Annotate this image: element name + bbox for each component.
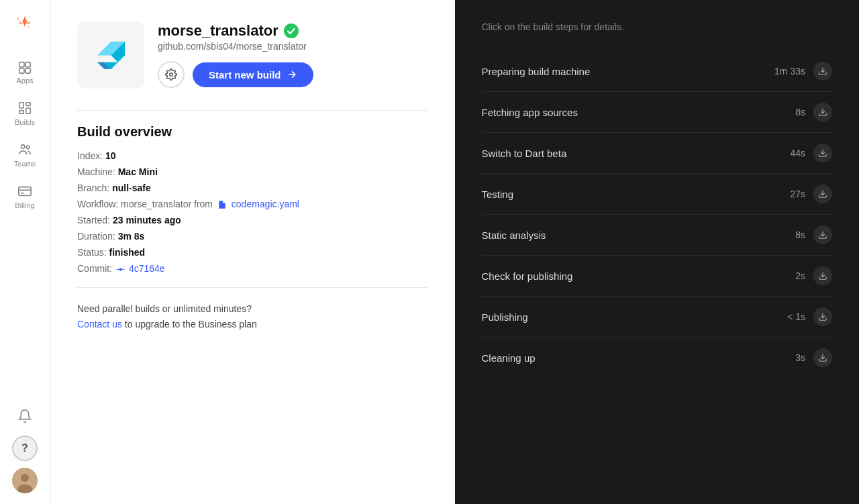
svg-point-4 (17, 26, 18, 27)
main-content: morse_translator github.com/sbis04/morse… (50, 0, 455, 504)
svg-point-2 (30, 17, 31, 18)
download-log-button[interactable] (813, 225, 832, 244)
file-icon (217, 200, 227, 209)
step-right: 8s (768, 103, 832, 121)
build-step[interactable]: Publishing < 1s (482, 297, 833, 338)
build-overview-section: Build overview Index: 10 Machine: Mac Mi… (77, 124, 428, 274)
build-step[interactable]: Check for publishing 2s (482, 256, 833, 297)
app-logo[interactable] (10, 11, 40, 40)
flutter-logo-icon (89, 34, 133, 77)
step-right: < 1s (768, 307, 832, 326)
gear-icon (165, 68, 177, 81)
download-log-button[interactable] (813, 103, 832, 121)
build-step[interactable]: Testing 27s (482, 174, 833, 215)
sidebar-item-apps[interactable]: Apps (0, 54, 50, 90)
workflow-link[interactable]: codemagic.yaml (232, 199, 299, 209)
user-avatar[interactable] (12, 468, 38, 493)
step-time: 1m 33s (768, 66, 805, 77)
build-step[interactable]: Cleaning up 3s (482, 338, 833, 378)
right-panel: Click on the build steps for details. Pr… (455, 0, 860, 504)
download-log-button[interactable] (813, 307, 832, 326)
step-right: 1m 33s (768, 62, 832, 81)
started-row: Started: 23 minutes ago (77, 215, 428, 225)
app-info: morse_translator github.com/sbis04/morse… (158, 22, 428, 88)
sidebar-item-builds-label: Builds (15, 118, 35, 126)
app-header: morse_translator github.com/sbis04/morse… (77, 21, 428, 89)
sidebar-item-billing[interactable]: Billing (0, 179, 50, 215)
step-right: 3s (768, 348, 832, 367)
svg-point-22 (170, 73, 173, 77)
sidebar-item-apps-label: Apps (16, 77, 33, 85)
download-icon (818, 66, 827, 76)
git-commit-icon (116, 265, 125, 274)
step-time: 3s (768, 352, 805, 363)
step-name: Switch to Dart beta (482, 148, 567, 159)
step-time: 8s (768, 107, 805, 117)
sidebar: Apps Builds Teams Billing (0, 0, 50, 504)
start-build-button[interactable]: Start new build (193, 62, 313, 87)
sidebar-item-billing-label: Billing (15, 201, 34, 209)
svg-rect-8 (19, 111, 23, 114)
notification-bell-icon[interactable] (12, 403, 38, 429)
help-button[interactable]: ? (12, 436, 38, 461)
index-row: Index: 10 (77, 150, 428, 161)
step-time: 44s (768, 148, 805, 158)
svg-point-1 (17, 18, 19, 20)
svg-rect-7 (26, 108, 30, 113)
step-time: < 1s (768, 311, 805, 322)
settings-button[interactable] (158, 61, 185, 88)
download-log-button[interactable] (813, 62, 832, 81)
download-icon (818, 312, 827, 321)
download-log-button[interactable] (813, 348, 832, 367)
svg-rect-6 (26, 103, 30, 106)
download-log-button[interactable] (813, 144, 832, 162)
svg-point-3 (28, 26, 30, 28)
step-right: 27s (768, 185, 832, 203)
duration-row: Duration: 3m 8s (77, 231, 428, 242)
step-time: 8s (768, 230, 805, 240)
footer-divider (77, 287, 428, 288)
svg-point-21 (284, 23, 299, 38)
step-time: 27s (768, 189, 805, 199)
build-step[interactable]: Fetching app sources 8s (482, 92, 833, 133)
verified-icon (284, 23, 299, 38)
download-log-button[interactable] (813, 266, 832, 285)
step-right: 2s (768, 266, 832, 285)
svg-point-10 (26, 146, 30, 149)
download-icon (818, 189, 827, 199)
download-icon (818, 271, 827, 281)
build-steps-list: Preparing build machine 1m 33s Fetching … (482, 51, 833, 378)
commit-row: Commit: 4c7164e (77, 263, 428, 274)
step-name: Testing (482, 189, 514, 200)
build-overview-title: Build overview (77, 124, 428, 140)
contact-us-link[interactable]: Contact us (77, 319, 122, 330)
commit-link[interactable]: 4c7164e (129, 263, 165, 274)
build-step[interactable]: Preparing build machine 1m 33s (482, 51, 833, 92)
svg-rect-11 (19, 187, 31, 196)
sidebar-item-teams[interactable]: Teams (0, 137, 50, 173)
step-name: Check for publishing (482, 270, 573, 282)
branch-row: Branch: null-safe (77, 183, 428, 193)
build-step[interactable]: Static analysis 8s (482, 215, 833, 256)
sidebar-item-builds[interactable]: Builds (0, 95, 50, 132)
download-icon (818, 353, 827, 362)
header-divider (77, 110, 428, 111)
machine-row: Machine: Mac Mini (77, 166, 428, 177)
download-icon (818, 230, 827, 240)
download-log-button[interactable] (813, 185, 832, 203)
step-right: 44s (768, 144, 832, 162)
svg-rect-5 (19, 103, 23, 108)
sidebar-item-teams-label: Teams (14, 160, 36, 168)
status-row: Status: finished (77, 247, 428, 258)
svg-point-15 (21, 474, 29, 482)
workflow-row: Workflow: morse_translator from codemagi… (77, 199, 428, 209)
arrow-right-icon (287, 69, 297, 80)
step-name: Preparing build machine (482, 66, 591, 77)
step-name: Publishing (482, 311, 528, 323)
app-icon-box (77, 21, 144, 89)
step-name: Fetching app sources (482, 107, 578, 118)
help-icon: ? (21, 442, 28, 454)
build-step[interactable]: Switch to Dart beta 44s (482, 133, 833, 174)
app-name: morse_translator (158, 22, 428, 40)
hint-text: Click on the build steps for details. (482, 21, 833, 32)
